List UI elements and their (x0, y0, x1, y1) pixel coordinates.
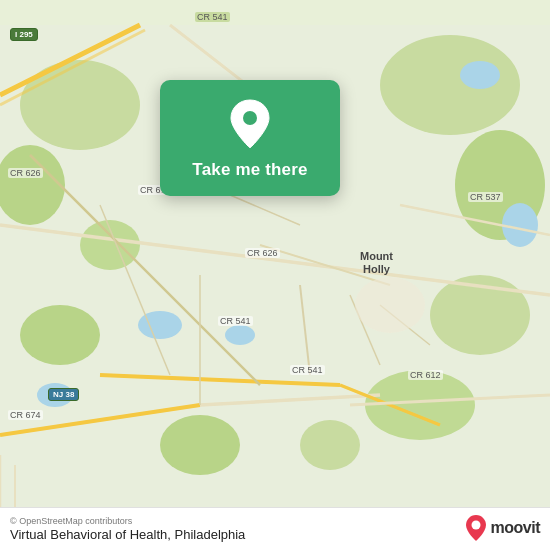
svg-point-5 (380, 35, 520, 135)
svg-point-13 (225, 325, 255, 345)
bottom-info: © OpenStreetMap contributors Virtual Beh… (10, 516, 245, 542)
svg-point-8 (365, 370, 475, 440)
place-name: Virtual Behavioral of Health, Philadelph… (10, 527, 245, 542)
svg-point-36 (355, 277, 425, 333)
svg-point-10 (300, 420, 360, 470)
svg-point-38 (471, 521, 480, 530)
svg-point-9 (160, 415, 240, 475)
svg-point-14 (460, 61, 500, 89)
moovit-text: moovit (491, 519, 540, 537)
svg-point-11 (37, 383, 73, 407)
svg-point-4 (20, 305, 100, 365)
moovit-logo: moovit (465, 514, 540, 542)
moovit-logo-icon (465, 514, 487, 542)
mount-holly-label: MountHolly (360, 250, 393, 276)
location-icon-wrap (224, 98, 276, 150)
action-card: Take me there (160, 80, 340, 196)
location-pin-icon (228, 98, 272, 150)
map-container: I 295 CR 541 CR 626 CR 67 CR 626 CR 537 … (0, 0, 550, 550)
svg-point-15 (502, 203, 538, 247)
attribution-text: © OpenStreetMap contributors (10, 516, 245, 526)
take-me-there-button[interactable]: Take me there (192, 160, 307, 180)
svg-point-37 (243, 111, 257, 125)
bottom-bar: © OpenStreetMap contributors Virtual Beh… (0, 507, 550, 550)
